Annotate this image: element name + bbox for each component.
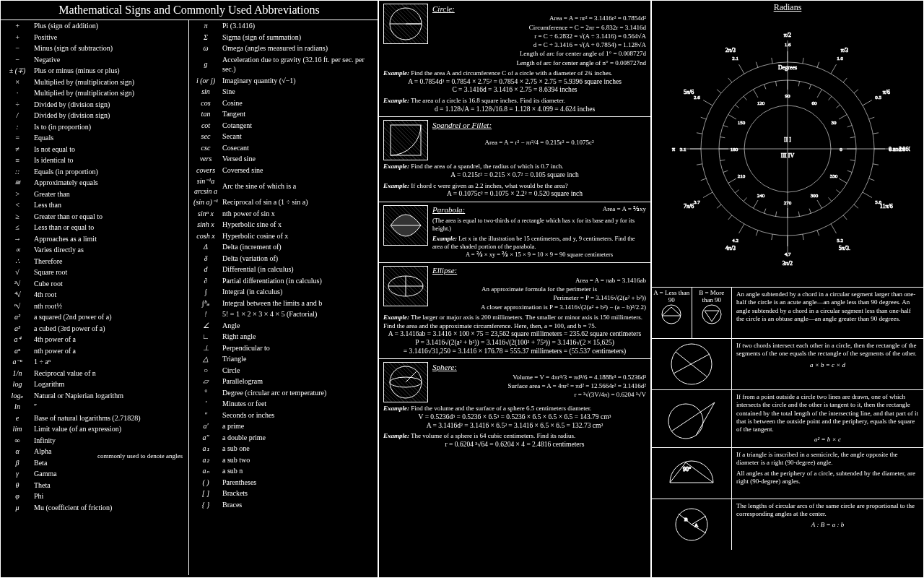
svg-text:270: 270 <box>784 200 792 206</box>
description: a double prime <box>222 433 378 443</box>
symbol: ω <box>189 43 222 53</box>
sign-row: a₂a sub two <box>189 454 378 466</box>
sign-row: sinSine <box>189 86 378 98</box>
svg-line-122 <box>873 164 879 165</box>
sign-row: /Divided by (division sign) <box>1 110 188 121</box>
symbol: aⁿ <box>1 346 34 356</box>
svg-text:2.6: 2.6 <box>694 94 700 100</box>
sign-row: logLogarithm <box>1 379 188 390</box>
symbol: 1/n <box>1 368 34 379</box>
sign-row: ∟Right angle <box>189 331 378 342</box>
svg-line-49 <box>776 81 777 86</box>
symbol: > <box>1 189 34 199</box>
svg-line-41 <box>803 58 803 64</box>
svg-line-58 <box>744 96 746 100</box>
description: Imaginary quantity (√−1) <box>222 76 378 86</box>
sign-row: 1/nReciprocal value of n <box>1 368 188 379</box>
sign-row: ≤Less than or equal to <box>1 222 188 233</box>
svg-line-86 <box>728 215 732 220</box>
svg-line-102 <box>803 234 803 240</box>
sign-row: γGamma <box>1 468 188 480</box>
symbol: △ <box>189 354 222 364</box>
svg-text:120: 120 <box>757 100 765 106</box>
description: Delta (increment of) <box>222 242 378 252</box>
description: 5! = 1 × 2 × 3 × 4 × 5 (Factorial) <box>222 309 378 319</box>
sign-row: ≡Is identical to <box>1 155 188 166</box>
svg-text:5.2: 5.2 <box>837 237 843 243</box>
svg-text:210: 210 <box>738 173 746 179</box>
symbol: ∞ <box>1 436 34 446</box>
sign-row: [ ]Brackets <box>189 488 378 499</box>
sign-row: gAcceleration due to gravity (32.16 ft. … <box>189 54 378 75</box>
sphere-title: Sphere: <box>432 362 646 373</box>
symbol: tan <box>189 109 222 119</box>
symbol: a″ <box>189 433 222 443</box>
sign-row: ⁴√4th root <box>1 289 188 301</box>
description: Integral between the limits a and b <box>222 298 378 309</box>
description: a sub n <box>222 466 378 476</box>
svg-line-141 <box>692 525 706 533</box>
sign-row: ⊥Perpendicular to <box>189 342 378 354</box>
sign-row: a₁a sub one <box>189 443 378 454</box>
symbol: π <box>189 21 222 31</box>
sign-row: πPi (3.1416) <box>189 20 378 32</box>
description: Cotangent <box>222 121 378 131</box>
description: Plus (sign of addition) <box>34 21 188 31</box>
sign-row: a²a squared (2nd power of a) <box>1 311 188 323</box>
symbol: · <box>1 88 34 98</box>
symbol: sec <box>189 131 222 142</box>
symbol: i (or j) <box>189 76 222 86</box>
svg-text:3π/2: 3π/2 <box>783 260 793 267</box>
sign-row: ( )Parentheses <box>189 477 378 488</box>
svg-line-21 <box>873 133 879 134</box>
sign-row: ≅Approximately equals <box>1 177 188 189</box>
description: Hyperbolic cosine of x <box>222 231 378 241</box>
svg-line-113 <box>854 204 858 208</box>
description: Omega (angles measured in radians) <box>222 43 378 53</box>
sign-row: +Positive <box>1 32 188 43</box>
symbol: ³√ <box>1 279 34 289</box>
symbol: cos <box>189 98 222 108</box>
description: Versed sine <box>222 154 378 164</box>
svg-line-93 <box>756 230 758 236</box>
circle-panel: Circle:Area = A = πr² = 3.1416r² = 0.785… <box>379 1 650 117</box>
sign-row: δDelta (variation of) <box>189 253 378 264</box>
svg-line-52 <box>739 64 745 74</box>
description: Delta (variation of) <box>222 254 378 264</box>
intersecting-chords-panel: If two chords intersect each other in a … <box>652 339 923 390</box>
symbol: sinh x <box>189 220 222 230</box>
description: Gamma <box>34 469 188 479</box>
svg-text:330: 330 <box>830 173 838 179</box>
sign-row: ∝Varies directly as <box>1 244 188 256</box>
parabola-diagram <box>383 205 428 246</box>
svg-line-60 <box>735 105 738 108</box>
sign-row: aₙa sub n <box>189 465 378 477</box>
svg-text:1.0: 1.0 <box>837 56 843 61</box>
svg-line-24 <box>847 125 853 126</box>
sign-row: coversCoversed sine <box>189 165 378 176</box>
symbol: ∫ᵇₐ <box>189 298 222 309</box>
sign-row: a⁴4th power of a <box>1 334 188 345</box>
description: Approximately equals <box>34 178 188 188</box>
geometry-column: Radians 02π6.330π/60.560π/31.090π/21.612… <box>651 0 924 578</box>
description: a sub two <box>222 455 378 465</box>
symbol: δ <box>189 254 222 264</box>
symbol: (sin a)⁻¹ <box>189 197 222 207</box>
symbol: φ <box>1 491 34 501</box>
unit-circle-diagram: 02π6.330π/60.560π/31.090π/21.61202π/32.1… <box>665 26 910 273</box>
signs-table: Mathematical Signs and Commonly Used Abb… <box>0 0 378 578</box>
symbol: − <box>1 55 34 65</box>
symbol: sin⁻¹a arcsin a <box>189 176 222 196</box>
sign-row: i (or j)Imaginary quantity (√−1) <box>189 75 378 87</box>
svg-line-79 <box>703 192 712 198</box>
symbol: √ <box>1 267 34 277</box>
symbol: g <box>189 59 222 69</box>
sign-row: a″a double prime <box>189 432 378 444</box>
sign-row: <Less than <box>1 199 188 211</box>
symbol: ≠ <box>1 144 34 155</box>
sign-row: ³√Cube root <box>1 278 188 290</box>
svg-text:π: π <box>672 146 675 152</box>
sign-row: a′a prime <box>189 420 378 432</box>
description: Phi <box>34 491 188 501</box>
description: Base of natural logarithms (2.71828) <box>34 413 188 423</box>
